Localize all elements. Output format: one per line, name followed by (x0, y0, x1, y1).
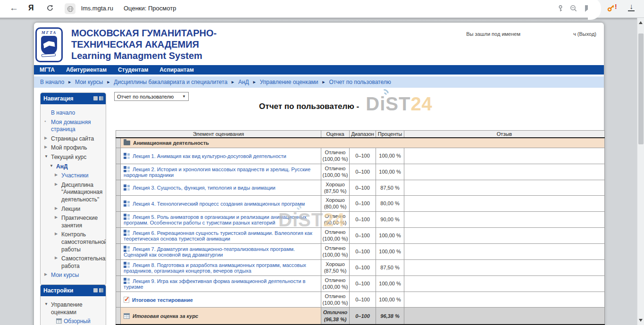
table-row: Лекция 5. Роль аниматоров в организации … (116, 211, 605, 227)
grade-item-link[interactable]: Лекция 6. Рекреационная сущность туристс… (124, 230, 312, 242)
feedback-cell (404, 275, 605, 292)
percent-cell: 87,50 % (376, 259, 404, 275)
scroll-up-arrow[interactable] (639, 21, 643, 24)
triangle-right-icon[interactable]: ▶ (55, 256, 58, 260)
book-icon (43, 40, 55, 48)
navbar-item[interactable]: МГТА (40, 67, 55, 73)
grade-item-link[interactable]: Лекция 8. Подготовка и разработка анимац… (124, 262, 306, 274)
grade-cell: Хорошо(80,00 %) (321, 196, 350, 212)
triangle-right-icon[interactable]: ▶ (55, 182, 58, 187)
triangle-down-icon[interactable]: ▼ (44, 154, 48, 159)
sidebar-item[interactable]: ▶Контроль самостоятельной работы (55, 231, 104, 253)
sidebar-item[interactable]: ▶Лекции (55, 206, 104, 213)
triangle-right-icon[interactable]: ▶ (55, 232, 58, 236)
grade-item-link[interactable]: Лекция 5. Роль аниматоров в организации … (124, 214, 307, 225)
back-icon[interactable]: ← (9, 3, 18, 13)
sidebar-item[interactable]: ▼Управление оценками (44, 301, 104, 316)
lesson-icon (124, 200, 130, 207)
percent-cell: 80,00 % (376, 196, 404, 212)
col-header-percent: Проценты (376, 131, 404, 138)
breadcrumb-link[interactable]: Отчет по пользователю (329, 79, 391, 85)
login-prefix: Вы зашли под именем (466, 31, 520, 37)
password-key-icon[interactable] (557, 5, 564, 14)
sidebar-item[interactable]: ▶Дисциплина "Анимационная деятельность" (55, 182, 104, 204)
download-icon[interactable]: ↓ (627, 2, 635, 11)
sidebar-item[interactable]: ▶Страницы сайта (44, 135, 104, 143)
sidebar-item[interactable]: ▶Участники (55, 172, 104, 180)
item-name-cell: Лекция 2. История и хронология массовых … (121, 164, 321, 180)
breadcrumb-link[interactable]: Управление оценками (260, 79, 318, 85)
grade-item-link[interactable]: Лекция 3. Сущность, функция, типология и… (133, 185, 276, 191)
triangle-down-icon[interactable]: ▼ (50, 164, 53, 168)
dock-block-icon[interactable] (99, 288, 103, 292)
page-heading: Отчет по пользователю - (259, 102, 359, 111)
grade-cell: Хорошо(87,50 %) (321, 180, 350, 196)
percent-cell: 100,00 % (376, 148, 404, 164)
col-header-item: Элемент оценивания (116, 131, 321, 138)
settings-block-title: Настройки (43, 287, 73, 294)
feedback-cell (404, 148, 605, 164)
folder-icon (124, 141, 130, 145)
collapse-block-icon[interactable] (93, 96, 98, 100)
indent-cell (116, 275, 121, 292)
sidebar-item[interactable]: Обзорный отчет (50, 318, 104, 325)
url-text[interactable]: lms.mgta.ru (81, 5, 113, 12)
range-cell: 0–100 (350, 275, 376, 292)
sidebar-item[interactable]: ▶Практические занятия (55, 215, 104, 229)
item-name-cell: Лекция 4. Технологический процесс создан… (121, 196, 321, 212)
scroll-down-arrow[interactable] (639, 319, 643, 322)
logout-link[interactable]: ч (Выход) (573, 31, 596, 37)
navbar-item[interactable]: Аспирантам (159, 67, 194, 73)
reload-icon[interactable] (46, 4, 54, 14)
triangle-right-icon[interactable]: ▶ (44, 145, 47, 150)
table-row: Лекция 8. Подготовка и разработка анимац… (116, 259, 605, 275)
item-name-cell: Итоговое тестирование (121, 292, 321, 308)
triangle-right-icon[interactable]: ▶ (44, 272, 47, 277)
triangle-right-icon[interactable]: ▶ (55, 215, 58, 220)
zoom-icon[interactable] (570, 5, 577, 14)
sidebar-item[interactable]: ▼Текущий курс (44, 154, 104, 161)
site-globe-icon[interactable] (65, 3, 75, 14)
sidebar-item[interactable]: ▶Мой профиль (44, 144, 104, 152)
breadcrumb-link[interactable]: Мои курсы (75, 79, 103, 85)
grade-cell: Отлично(100,00 %) (321, 148, 350, 164)
triangle-right-icon[interactable]: ▶ (55, 206, 58, 211)
sidebar-item[interactable]: ▶Мои курсы (44, 272, 104, 279)
triangle-right-icon[interactable]: ▶ (55, 173, 58, 177)
grade-item-link[interactable]: Лекция 4. Технологический процесс создан… (133, 201, 305, 207)
sidebar-item[interactable]: ▪Моя домашняя страница (44, 119, 104, 133)
sidebar-item[interactable]: ▼АнД (50, 163, 104, 171)
indent-cell (116, 148, 121, 164)
grade-item-link[interactable]: Итоговое тестирование (132, 297, 193, 303)
vertical-scrollbar[interactable] (637, 18, 644, 325)
table-row: Итоговое тестирование Отлично(100,00 %) … (116, 292, 605, 308)
grade-item-link[interactable]: Лекция 7. Драматургия анимационно-театра… (124, 246, 295, 258)
breadcrumb-link[interactable]: В начало (40, 79, 64, 85)
triangle-down-icon[interactable]: ▼ (44, 302, 48, 307)
navbar-item[interactable]: Студентам (118, 67, 148, 73)
scrollbar-thumb[interactable] (638, 33, 644, 144)
password-alert-key-icon[interactable] (607, 4, 615, 14)
collapse-block-icon[interactable] (93, 288, 98, 292)
navbar-item[interactable]: Абитуриентам (66, 67, 107, 73)
indent-cell (116, 164, 121, 180)
breadcrumb-link[interactable]: АнД (238, 79, 249, 85)
sidebar-item[interactable]: ▶Самостоятельная работа (55, 255, 104, 270)
feedback-cell (404, 227, 605, 243)
item-name-cell: Лекция 9. Игра как эффективная форма ани… (121, 275, 321, 292)
site-title-line2: ТЕХНИЧЕСКАЯ АКАДЕМИЯ (71, 39, 217, 50)
triangle-right-icon[interactable]: ▶ (44, 136, 47, 141)
total-grade-cell: Отлично(96,38 %) (321, 308, 350, 325)
sidebar-item[interactable]: В начало (44, 109, 104, 117)
yandex-icon[interactable]: Я (28, 4, 34, 12)
table-row: Лекция 2. История и хронология массовых … (116, 164, 605, 180)
grade-item-link[interactable]: Лекция 1. Анимация как вид культурно-дос… (133, 153, 286, 159)
breadcrumb-link[interactable]: Дисциплины бакалавриата и специалитета (114, 79, 227, 85)
lesson-icon (124, 214, 130, 220)
grade-item-link[interactable]: Лекция 2. История и хронология массовых … (124, 167, 310, 178)
feedback-cell (404, 243, 605, 259)
sidebar-item-label: Лекции (61, 206, 80, 212)
sidebar-item-label: Участники (61, 172, 88, 179)
grade-item-link[interactable]: Лекция 9. Игра как эффективная форма ани… (124, 278, 305, 290)
dock-block-icon[interactable] (99, 96, 103, 100)
